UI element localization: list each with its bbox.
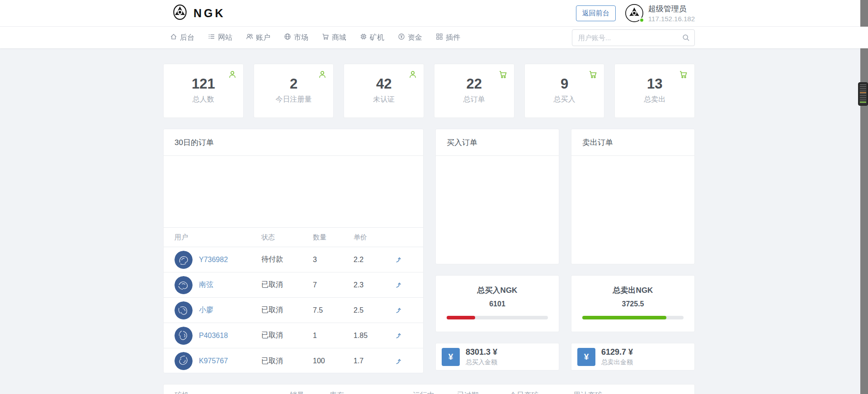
order-price: 1.85: [354, 332, 394, 340]
user-link[interactable]: 南弦: [199, 280, 213, 290]
logo-text: NGK: [193, 7, 226, 20]
order-detail-arrow-icon[interactable]: [394, 281, 402, 289]
search-input[interactable]: [572, 29, 695, 46]
cart-icon: [499, 70, 508, 81]
user-icon: [318, 70, 327, 81]
sell-progress-track: [582, 316, 684, 319]
admin-menu[interactable]: 超级管理员 117.152.16.182: [625, 4, 695, 23]
nav-item-miners[interactable]: 矿机: [360, 33, 384, 42]
user-search: [572, 29, 695, 46]
sell-amount-value: 6129.7 ¥: [601, 347, 633, 357]
search-icon[interactable]: [682, 34, 690, 43]
nav-item-accounts[interactable]: 账户: [246, 33, 270, 42]
stat-card-total-sells: 13 总卖出: [614, 64, 695, 118]
orders-30d-panel: 30日的订单 用户 状态 数量 单价 Y736982 待付款 3 2.2: [163, 129, 424, 373]
stat-label: 未认证: [344, 95, 424, 104]
stat-card-today-registrations: 2 今日注册量: [254, 64, 334, 118]
sell-amount-label: 总卖出金额: [601, 358, 633, 366]
cart-icon: [589, 70, 598, 81]
buy-progress-fill: [447, 316, 475, 319]
order-price: 2.3: [354, 281, 394, 289]
buy-amount-label: 总买入金额: [466, 358, 497, 366]
sell-progress-fill: [582, 316, 666, 319]
miner-table-header: 矿机 销量 库存 运行中 已过期 今日产矿 累计产矿: [175, 391, 684, 394]
avatar: [175, 327, 193, 345]
order-quantity: 7: [313, 281, 354, 289]
order-price: 2.5: [354, 306, 394, 314]
stat-card-total-buys: 9 总买入: [524, 64, 605, 118]
buy-orders-title: 买入订单: [436, 129, 559, 156]
yuan-icon: ¥: [442, 348, 460, 366]
order-detail-arrow-icon[interactable]: [394, 256, 402, 263]
stat-label: 今日注册量: [254, 95, 334, 104]
stat-label: 总人数: [164, 95, 243, 104]
user-link[interactable]: 小廖: [199, 305, 213, 315]
ngk-logo[interactable]: NGK: [171, 2, 226, 24]
scrollbar-orange-marker: [860, 92, 866, 93]
admin-name: 超级管理员: [648, 4, 695, 14]
scrollbar-track[interactable]: [860, 0, 868, 394]
back-to-front-button[interactable]: 返回前台: [576, 5, 616, 21]
stat-label: 总买入: [525, 95, 604, 104]
scrollbar-minimap-stripes: [860, 84, 866, 103]
nav-item-plugins[interactable]: 插件: [436, 33, 460, 42]
order-quantity: 7.5: [313, 306, 354, 314]
order-status: 待付款: [261, 255, 313, 264]
globe-icon: [284, 33, 291, 42]
user-link[interactable]: P403618: [199, 332, 228, 340]
user-icon: [408, 70, 417, 81]
total-sell-value: 3725.5: [571, 300, 694, 308]
cart-icon: [322, 33, 329, 42]
stats-row: 121 总人数 2 今日注册量 42 未认证 22 总订单 9 总买入 13 总…: [163, 64, 695, 118]
orders-chart-area: [164, 156, 423, 227]
table-row: 小廖 已取消 7.5 2.5: [164, 298, 423, 323]
yuan-icon: ¥: [577, 348, 595, 366]
nav-item-backstage[interactable]: 后台: [170, 33, 194, 42]
order-detail-arrow-icon[interactable]: [394, 357, 402, 365]
order-status: 已取消: [261, 331, 313, 340]
order-detail-arrow-icon[interactable]: [394, 332, 402, 339]
orders-table-header: 用户 状态 数量 单价: [164, 227, 423, 247]
avatar: [175, 276, 193, 294]
top-bar: NGK 返回前台: [0, 0, 868, 27]
user-icon: [228, 70, 237, 81]
total-sell-title: 总卖出NGK: [571, 285, 694, 296]
scrollbar-thumb[interactable]: [858, 82, 868, 106]
buy-amount-card: ¥ 8301.3 ¥ 总买入金额: [435, 343, 559, 371]
order-price: 1.7: [354, 357, 394, 365]
stat-label: 总卖出: [615, 95, 694, 104]
order-detail-arrow-icon[interactable]: [394, 306, 402, 314]
user-link[interactable]: Y736982: [199, 256, 228, 264]
nav-item-market[interactable]: 市场: [284, 33, 308, 42]
nav-item-website[interactable]: 网站: [208, 33, 232, 42]
admin-ip: 117.152.16.182: [648, 15, 695, 23]
cart-icon: [679, 70, 688, 81]
order-price: 2.2: [354, 256, 394, 264]
sell-amount-card: ¥ 6129.7 ¥ 总卖出金额: [571, 343, 695, 371]
buy-amount-value: 8301.3 ¥: [466, 347, 497, 357]
table-row: 南弦 已取消 7 2.3: [164, 272, 423, 298]
dashboard-content: 121 总人数 2 今日注册量 42 未认证 22 总订单 9 总买入 13 总…: [163, 48, 695, 394]
main-nav: 后台 网站 账户 市场 商城 矿机: [0, 27, 868, 48]
plugin-grid-icon: [436, 33, 443, 42]
order-quantity: 100: [313, 357, 354, 365]
avatar: [175, 251, 193, 269]
table-row: K975767 已取消 100 1.7: [164, 348, 423, 374]
total-buy-title: 总买入NGK: [436, 285, 559, 296]
users-icon: [246, 33, 253, 42]
stat-card-total-orders: 22 总订单: [434, 64, 514, 118]
ngk-emblem-icon: [171, 2, 189, 24]
order-status: 已取消: [261, 305, 313, 315]
order-status: 已取消: [261, 356, 313, 366]
nav-item-mall[interactable]: 商城: [322, 33, 346, 42]
order-quantity: 1: [313, 332, 354, 340]
table-row: Y736982 待付款 3 2.2: [164, 247, 423, 272]
scrollbar-green-marker: [860, 102, 866, 103]
orders-panel-title: 30日的订单: [164, 129, 423, 156]
buy-orders-panel: 买入订单: [435, 129, 559, 264]
user-link[interactable]: K975767: [199, 357, 228, 365]
nav-item-funds[interactable]: 资金: [398, 33, 422, 42]
sell-orders-title: 卖出订单: [571, 129, 694, 156]
stat-card-unverified: 42 未认证: [344, 64, 424, 118]
sell-orders-panel: 卖出订单: [571, 129, 695, 264]
